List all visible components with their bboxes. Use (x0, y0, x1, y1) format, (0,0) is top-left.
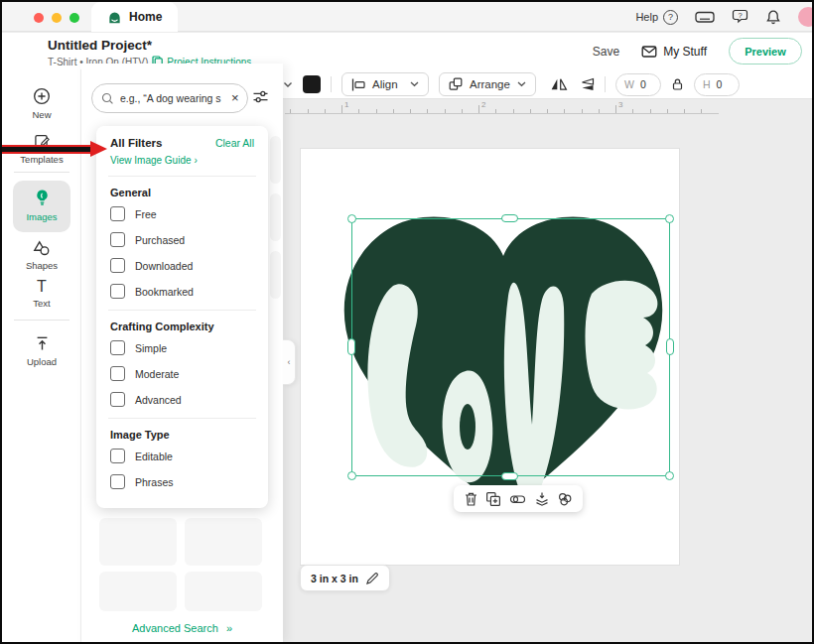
filter-option-phrases[interactable]: Phrases (110, 474, 254, 489)
my-stuff-label: My Stuff (663, 45, 707, 59)
checkbox[interactable] (110, 366, 125, 381)
height-input-value: 0 (717, 78, 723, 90)
image-tile-placeholder (270, 193, 281, 241)
selection-handle-bottom-left[interactable] (347, 471, 356, 480)
filter-option-label: Moderate (135, 368, 179, 380)
ruler-tick (599, 109, 600, 113)
clear-all-link[interactable]: Clear All (215, 137, 254, 149)
filter-option-simple[interactable]: Simple (110, 340, 254, 355)
checkbox[interactable] (110, 206, 125, 221)
checkbox[interactable] (110, 340, 125, 355)
width-input-label: W (624, 78, 634, 90)
user-avatar[interactable] (798, 7, 814, 27)
hide-icon[interactable] (509, 493, 526, 505)
edit-size-pencil-icon[interactable] (365, 572, 379, 585)
selection-handle-top-right[interactable] (665, 214, 674, 223)
image-tile-placeholder (99, 518, 177, 566)
weld-icon[interactable] (557, 491, 573, 507)
lightbulb-icon (34, 189, 51, 207)
lock-aspect-icon[interactable] (671, 77, 684, 91)
ruler-tick (495, 109, 496, 113)
selection-handle-top[interactable] (501, 214, 518, 222)
notifications-bell-icon[interactable] (765, 9, 781, 26)
delete-icon[interactable] (464, 491, 478, 507)
height-input[interactable]: H 0 (694, 73, 740, 96)
toolbar-separator (605, 76, 606, 92)
ruler-label: 3 (618, 100, 622, 109)
help-menu[interactable]: Help ? (635, 10, 678, 25)
sidebar-item-label: New (32, 109, 51, 120)
checkbox[interactable] (110, 449, 125, 463)
sidebar-item-images[interactable]: Images (2, 189, 81, 222)
filter-option-advanced[interactable]: Advanced (110, 392, 254, 407)
checkbox[interactable] (110, 284, 125, 299)
all-filters-dropdown: All Filters Clear All View Image Guide ›… (96, 126, 268, 508)
selection-handle-bottom-right[interactable] (665, 471, 674, 480)
project-title: Untitled Project* (48, 38, 152, 53)
hidden-dropdown-chevron-icon[interactable] (283, 81, 293, 88)
flatten-icon[interactable] (534, 491, 550, 507)
selection-handle-right[interactable] (666, 338, 674, 355)
selection-handle-top-left[interactable] (347, 214, 356, 223)
selection-handle-bottom[interactable] (501, 472, 518, 480)
canvas-area[interactable]: 1 2 3 LOVE (283, 99, 812, 644)
checkbox[interactable] (110, 258, 125, 273)
flip-horizontal-icon[interactable] (550, 77, 568, 91)
selection-handle-left[interactable] (347, 338, 355, 355)
filter-option-purchased[interactable]: Purchased (110, 232, 254, 247)
filter-option-downloaded[interactable]: Downloaded (110, 258, 254, 273)
ruler-tick (341, 105, 342, 113)
svg-text:?: ? (738, 11, 742, 20)
ruler-tick (427, 109, 428, 113)
save-button[interactable]: Save (593, 45, 619, 59)
preview-button[interactable]: Preview (729, 38, 802, 64)
collapse-panel-button[interactable]: ‹ (283, 339, 296, 385)
sidebar-item-label: Upload (27, 356, 57, 367)
flip-vertical-icon[interactable] (578, 77, 595, 91)
filter-option-free[interactable]: Free (110, 206, 254, 221)
width-input[interactable]: W 0 (615, 73, 661, 96)
clear-search-icon[interactable]: × (231, 93, 239, 103)
checkbox[interactable] (110, 232, 125, 247)
tab-home[interactable]: Home (91, 2, 178, 32)
filter-option-label: Downloaded (135, 260, 193, 272)
align-dropdown[interactable]: Align (341, 72, 429, 96)
sidebar-divider (14, 320, 69, 321)
sidebar-item-shapes[interactable]: Shapes (2, 240, 81, 271)
minimize-window-button[interactable] (52, 13, 62, 23)
image-tile-placeholder (270, 136, 281, 184)
close-window-button[interactable] (34, 13, 44, 23)
filter-option-moderate[interactable]: Moderate (110, 366, 254, 381)
view-image-guide-link[interactable]: View Image Guide › (110, 155, 254, 166)
advanced-search-link[interactable]: Advanced Search » (81, 622, 283, 634)
ruler-tick (650, 109, 651, 113)
ruler-tick (445, 109, 446, 113)
filter-option-editable[interactable]: Editable (110, 449, 254, 463)
machine-icon[interactable] (695, 11, 715, 24)
selection-box[interactable] (351, 218, 670, 476)
size-badge[interactable]: 3 in x 3 in (300, 565, 390, 591)
search-input[interactable] (120, 92, 225, 104)
image-tile-placeholder (99, 572, 177, 611)
feedback-chat-icon[interactable]: ? (732, 9, 748, 25)
checkbox[interactable] (110, 392, 125, 407)
image-search-box[interactable]: × (91, 83, 248, 113)
view-image-guide-label: View Image Guide (110, 155, 192, 166)
filter-option-bookmarked[interactable]: Bookmarked (110, 284, 254, 299)
zoom-window-button[interactable] (69, 13, 79, 23)
arrange-dropdown[interactable]: Arrange (439, 72, 536, 96)
annotation-arrow-head (90, 141, 107, 157)
sidebar-item-upload[interactable]: Upload (2, 335, 81, 367)
color-swatch[interactable] (303, 75, 321, 93)
sidebar-item-new[interactable]: New (2, 87, 81, 120)
app-window: Home Canvas Help ? ? Untitled Project* (0, 0, 814, 644)
envelope-icon (641, 45, 657, 59)
sidebar-item-text[interactable]: T Text (2, 280, 81, 309)
double-chevron-right-icon: » (226, 622, 232, 634)
filter-sliders-icon[interactable] (252, 89, 269, 104)
annotation-arrow (2, 141, 107, 157)
checkbox[interactable] (110, 474, 125, 489)
duplicate-icon[interactable] (485, 491, 501, 507)
my-stuff-button[interactable]: My Stuff (641, 45, 707, 59)
ruler-label: 2 (481, 100, 485, 109)
